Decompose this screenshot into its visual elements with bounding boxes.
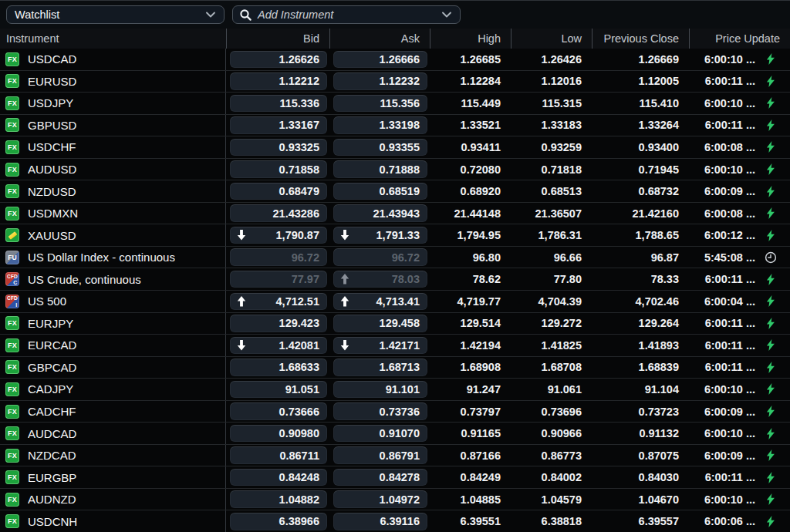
table-row[interactable]: FX EURGBP 0.84248 0.84278 0.84249 0.8400… (0, 466, 790, 489)
previous-close-value: 1.68839 (592, 357, 689, 379)
instrument-name: AUDCAD (28, 427, 76, 440)
ask-button[interactable]: 1.42171 (333, 337, 427, 355)
ask-button[interactable]: 1.04972 (333, 490, 427, 508)
previous-close-value: 4,702.46 (592, 291, 689, 312)
bid-button[interactable]: 77.97 (230, 271, 327, 288)
high-value: 91.247 (430, 379, 511, 400)
ask-button[interactable]: 6.39116 (333, 513, 427, 530)
bid-button[interactable]: 1.42081 (230, 337, 327, 355)
ask-button[interactable]: 0.84278 (333, 469, 427, 487)
table-row[interactable]: FX NZDUSD 0.68479 0.68519 0.68920 0.6851… (0, 180, 790, 203)
ask-button[interactable]: 0.93355 (333, 139, 427, 157)
bid-button[interactable]: 115.336 (230, 95, 327, 113)
ask-button[interactable]: 21.43943 (333, 204, 427, 222)
ask-button[interactable]: 1.33198 (333, 116, 427, 134)
ask-button[interactable]: 0.86791 (333, 446, 427, 464)
ask-button[interactable]: 1.12232 (333, 72, 427, 90)
high-value: 0.84249 (430, 466, 511, 488)
bid-button[interactable]: 4,712.51 (230, 293, 327, 311)
instrument-name: EURGBP (28, 471, 76, 484)
add-instrument-placeholder: Add Instrument (258, 8, 440, 21)
ask-button[interactable]: 115.356 (333, 95, 427, 113)
price-update-time: 5:45:08 ... (704, 251, 755, 264)
bid-button[interactable]: 21.43286 (230, 204, 327, 222)
table-row[interactable]: FX USDCNH 6.38966 6.39116 6.39551 6.3881… (0, 510, 790, 532)
high-value: 0.91165 (430, 423, 511, 444)
table-row[interactable]: FX USDJPY 115.336 115.356 115.449 115.31… (0, 93, 790, 115)
table-row[interactable]: CFDI US 500 4,712.51 4,713.41 4,719.77 4… (0, 291, 790, 313)
bid-button[interactable]: 0.93325 (230, 139, 327, 157)
ask-button[interactable]: 78.03 (333, 271, 427, 288)
bid-button[interactable]: 0.84248 (230, 469, 327, 487)
live-lightning-icon (765, 383, 777, 395)
table-row[interactable]: FX GBPCAD 1.68633 1.68713 1.68908 1.6870… (0, 357, 790, 379)
bid-button[interactable]: 6.38966 (230, 513, 327, 530)
table-row[interactable]: FX EURJPY 129.423 129.458 129.514 129.27… (0, 313, 790, 335)
watchlist-dropdown[interactable]: Watchlist (6, 5, 225, 24)
ask-button[interactable]: 0.73736 (333, 402, 427, 420)
table-row[interactable]: FX USDCAD 1.26626 1.26666 1.26685 1.2642… (0, 49, 790, 71)
ask-value: 129.458 (333, 317, 427, 329)
ask-button[interactable]: 129.458 (333, 315, 427, 332)
table-row[interactable]: FX USDCHF 0.93325 0.93355 0.93411 0.9325… (0, 136, 790, 159)
bid-button[interactable]: 96.72 (230, 248, 327, 266)
table-row[interactable]: FX CADJPY 91.051 91.101 91.247 91.061 91… (0, 379, 790, 401)
bid-button[interactable]: 129.423 (230, 315, 327, 332)
ask-button[interactable]: 0.71888 (333, 160, 427, 178)
bid-button[interactable]: 1.68633 (230, 359, 327, 376)
bid-button[interactable]: 1,790.87 (230, 227, 327, 244)
bid-button[interactable]: 0.86711 (230, 446, 327, 464)
ask-value: 1.04972 (333, 493, 427, 506)
price-down-arrow-icon (237, 340, 246, 351)
bid-button[interactable]: 91.051 (230, 381, 327, 399)
bid-button[interactable]: 0.73666 (230, 402, 327, 420)
bid-button[interactable]: 0.68479 (230, 183, 327, 200)
table-row[interactable]: FX NZDCAD 0.86711 0.86791 0.87166 0.8677… (0, 445, 790, 467)
ask-value: 21.43943 (333, 207, 427, 220)
table-row[interactable]: FX CADCHF 0.73666 0.73736 0.73797 0.7369… (0, 401, 790, 423)
ask-button[interactable]: 0.68519 (333, 183, 427, 200)
ask-value: 0.84278 (333, 471, 427, 483)
column-header-bid[interactable]: Bid (226, 29, 329, 49)
price-update-time: 6:00:09 ... (704, 185, 755, 197)
table-row[interactable]: FX AUDCAD 0.90980 0.91070 0.91165 0.9096… (0, 423, 790, 445)
bid-button[interactable]: 0.90980 (230, 425, 327, 443)
column-header-low[interactable]: Low (511, 29, 592, 49)
table-row[interactable]: CFDC US Crude, continuous 77.97 78.03 78… (0, 268, 790, 291)
bid-button[interactable]: 1.33167 (230, 116, 327, 134)
ask-button[interactable]: 1.68713 (333, 359, 427, 376)
table-row[interactable]: FX AUDUSD 0.71858 0.71888 0.72080 0.7181… (0, 159, 790, 181)
column-header-ask[interactable]: Ask (329, 29, 430, 49)
bid-button[interactable]: 1.04882 (230, 490, 327, 508)
ask-button[interactable]: 0.91070 (333, 425, 427, 443)
table-row[interactable]: FX AUDNZD 1.04882 1.04972 1.04885 1.0457… (0, 489, 790, 511)
ask-button[interactable]: 1.26666 (333, 51, 427, 69)
low-value: 0.68513 (511, 180, 592, 202)
column-header-price-update[interactable]: Price Update (689, 29, 790, 49)
table-row[interactable]: FX EURCAD 1.42081 1.42171 1.42194 1.4182… (0, 335, 790, 357)
live-lightning-icon (765, 274, 777, 285)
table-row[interactable]: FU US Dollar Index - continuous 96.72 96… (0, 247, 790, 269)
price-up-arrow-icon (237, 296, 246, 307)
column-header-previous-close[interactable]: Previous Close (592, 29, 689, 49)
table-row[interactable]: FX USDMXN 21.43286 21.43943 21.44148 21.… (0, 203, 790, 225)
ask-button[interactable]: 91.101 (333, 381, 427, 399)
fx-instrument-icon: FX (5, 514, 19, 528)
low-value: 1.68708 (511, 357, 592, 379)
ask-button[interactable]: 4,713.41 (333, 293, 427, 311)
table-row[interactable]: FX GBPUSD 1.33167 1.33198 1.33521 1.3318… (0, 115, 790, 137)
ask-value: 0.73736 (333, 406, 427, 418)
ask-button[interactable]: 1,791.33 (333, 227, 427, 244)
instrument-name: CADJPY (28, 382, 73, 396)
add-instrument-combobox[interactable]: Add Instrument (232, 5, 461, 24)
column-header-high[interactable]: High (430, 29, 511, 49)
table-row[interactable]: XAUUSD 1,790.87 1,791.33 1,794.95 1,786.… (0, 224, 790, 247)
low-value: 0.86773 (511, 445, 592, 466)
bid-button[interactable]: 1.26626 (230, 51, 327, 69)
table-row[interactable]: FX EURUSD 1.12212 1.12232 1.12284 1.1201… (0, 71, 790, 93)
price-update-time: 6:00:10 ... (704, 493, 755, 506)
column-header-instrument[interactable]: Instrument (0, 29, 226, 49)
bid-button[interactable]: 0.71858 (230, 160, 327, 178)
ask-button[interactable]: 96.72 (333, 248, 427, 266)
bid-button[interactable]: 1.12212 (230, 72, 327, 90)
